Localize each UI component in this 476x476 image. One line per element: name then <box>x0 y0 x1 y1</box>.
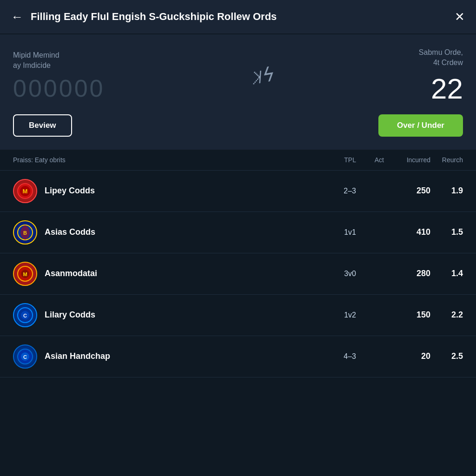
team-cell: B Asias Codds <box>13 220 319 245</box>
stats-left: Mipid Meminday Imdicide 000000 <box>13 50 105 103</box>
team-name: Asanmodatai <box>45 269 97 278</box>
team-cell: M Asanmodatai <box>13 262 319 286</box>
row-tpl: 3v0 <box>319 270 356 278</box>
svg-text:B: B <box>23 230 27 236</box>
row-incurred: 20 <box>384 351 430 361</box>
row-incurred: 150 <box>384 310 430 320</box>
row-incurred: 250 <box>384 186 430 196</box>
stats-left-value: 000000 <box>13 74 105 102</box>
stats-right-label: Sabmu Orde,4t Crdew <box>419 47 463 68</box>
row-tpl: 4–3 <box>319 352 356 361</box>
row-reurch: 1.5 <box>430 227 463 237</box>
stats-section: Mipid Meminday Imdicide 000000 Ʞϟ Sabmu … <box>0 34 476 114</box>
svg-text:M: M <box>23 188 28 195</box>
stats-center: Ʞϟ <box>105 65 419 87</box>
team-cell: M Lipey Codds <box>13 179 319 203</box>
table-section: Praiss: Eaty obrits TPL Act Incurred Reu… <box>0 150 476 377</box>
stats-right-value: 22 <box>431 72 463 105</box>
team-badge: C <box>13 344 37 369</box>
table-row[interactable]: C Lilary Codds 1v2 150 2.2 <box>0 295 476 336</box>
back-button[interactable]: ← <box>11 11 23 23</box>
center-icon: Ʞϟ <box>249 63 275 90</box>
team-badge: M <box>13 179 37 203</box>
col-act-header: Act <box>356 156 384 164</box>
row-tpl: 1v1 <box>319 228 356 237</box>
team-name: Lilary Codds <box>45 310 95 320</box>
row-incurred: 280 <box>384 269 430 278</box>
header: ← Filling Eady Flul Engish S-Guckshipic … <box>0 0 476 33</box>
stats-right: Sabmu Orde,4t Crdew 22 <box>419 47 463 105</box>
row-reurch: 1.9 <box>430 186 463 196</box>
row-reurch: 2.2 <box>430 310 463 320</box>
row-incurred: 410 <box>384 227 430 237</box>
svg-text:M: M <box>23 271 27 277</box>
beview-button[interactable]: Beview <box>13 114 72 137</box>
close-button[interactable]: ✕ <box>455 11 465 23</box>
col-incurred-header: Incurred <box>384 156 430 164</box>
row-tpl: 2–3 <box>319 187 356 195</box>
team-cell: C Lilary Codds <box>13 303 319 327</box>
over-under-button[interactable]: Over / Under <box>378 114 463 137</box>
col-name-header: Praiss: Eaty obrits <box>13 156 319 164</box>
table-row[interactable]: M Lipey Codds 2–3 250 1.9 <box>0 171 476 212</box>
team-cell: C Asian Handchap <box>13 344 319 369</box>
table-row[interactable]: C Asian Handchap 4–3 20 2.5 <box>0 336 476 377</box>
team-badge: M <box>13 262 37 286</box>
table-row[interactable]: B Asias Codds 1v1 410 1.5 <box>0 212 476 253</box>
row-reurch: 2.5 <box>430 351 463 361</box>
team-name: Asias Codds <box>45 227 95 237</box>
row-tpl: 1v2 <box>319 311 356 319</box>
stats-left-label: Mipid Meminday Imdicide <box>13 50 105 71</box>
svg-text:C: C <box>23 313 27 318</box>
page-title: Filling Eady Flul Engish S-Guckshipic Ro… <box>31 11 277 23</box>
team-name: Asian Handchap <box>45 351 110 361</box>
header-left: ← Filling Eady Flul Engish S-Guckshipic … <box>11 11 277 23</box>
column-headers: Praiss: Eaty obrits TPL Act Incurred Reu… <box>0 150 476 171</box>
row-reurch: 1.4 <box>430 269 463 278</box>
col-reurch-header: Reurch <box>430 156 463 164</box>
team-badge: C <box>13 303 37 327</box>
buttons-row: Beview Over / Under <box>0 114 476 150</box>
col-tpl-header: TPL <box>319 156 356 164</box>
team-name: Lipey Codds <box>45 186 95 196</box>
table-row[interactable]: M Asanmodatai 3v0 280 1.4 <box>0 253 476 295</box>
team-badge: B <box>13 220 37 245</box>
svg-text:C: C <box>23 354 27 360</box>
